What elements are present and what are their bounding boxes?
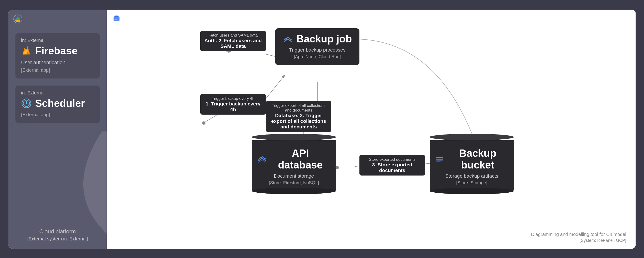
tooltip-store: Store exported documents 3. Store export…	[360, 155, 425, 175]
tooltip-auth: Fetch users and SAML data Auth: 2. Fetch…	[200, 31, 266, 51]
conn-dot-api-db	[336, 166, 339, 169]
firebase-desc: User authentication	[21, 60, 94, 66]
tooltip-auth-sub: Fetch users and SAML data	[204, 33, 262, 38]
left-footer-title: Cloud platform	[8, 228, 107, 235]
backup-job-tag: [App: Node, Cloud Run]	[281, 54, 354, 59]
tooltip-store-sub: Store exported documents	[363, 157, 422, 162]
backup-job-title: Backup job	[281, 33, 354, 45]
tooltip-trigger-sub: Trigger backup every 4h	[204, 96, 262, 101]
firebase-icon	[21, 46, 32, 56]
diagram-footer-title: Diagramming and modelling tool for C4 mo…	[531, 232, 626, 237]
api-db-tag: [Store: Firestore, NoSQL]	[258, 180, 330, 185]
tooltip-export: Trigger export of all collections and do…	[266, 101, 331, 132]
tooltip-store-main: 3. Store exported documents	[363, 162, 422, 173]
tooltip-export-sub: Trigger export of all collections and do…	[269, 103, 328, 113]
backup-job-node: Backup job Trigger backup processes [App…	[275, 28, 360, 65]
cylinder-top-api	[252, 134, 336, 140]
tooltip-auth-main: Auth: 2. Fetch users and SAML data	[204, 38, 262, 49]
cylinder-bottom-api	[252, 188, 336, 194]
svg-line-14	[266, 75, 284, 99]
scheduler-title: Scheduler	[21, 98, 94, 109]
firebase-card: in: External Firebase User authenticatio…	[16, 33, 100, 79]
backup-bucket-tag: [Store: Storage]	[435, 180, 508, 185]
firebase-title: Firebase	[21, 45, 94, 57]
diagram-footer: Diagramming and modelling tool for C4 mo…	[531, 232, 626, 243]
scheduler-icon	[21, 98, 32, 109]
gcp-logo	[13, 14, 22, 24]
diagram-footer-tag: [System: IcePanel, GCP]	[531, 238, 626, 243]
api-db-icon	[258, 154, 267, 164]
scheduler-tag: [External app]	[21, 112, 94, 117]
cylinder-top-backup	[430, 134, 514, 140]
backup-job-icon	[283, 34, 293, 44]
left-footer-tag: [External system in: External]	[8, 236, 107, 241]
scheduler-card: in: External Scheduler [External app]	[16, 86, 100, 123]
svg-rect-10	[115, 19, 117, 20]
backup-bucket-body: Backup bucket Storage backup artifacts […	[430, 140, 514, 191]
svg-point-1	[16, 18, 19, 20]
backup-bucket-icon	[435, 154, 444, 164]
firebase-in-label: in: External	[21, 38, 94, 43]
svg-rect-21	[436, 161, 441, 162]
svg-rect-19	[436, 157, 443, 158]
api-database-body: API database Document storage [Store: Fi…	[252, 140, 336, 191]
tooltip-export-main: Database: 2. Trigger export of all colle…	[269, 113, 328, 130]
conn-dot-scheduler	[202, 121, 206, 125]
arrows-overlay	[107, 10, 636, 249]
left-panel: in: External Firebase User authenticatio…	[8, 10, 107, 249]
svg-rect-7	[114, 17, 119, 21]
main-container: in: External Firebase User authenticatio…	[8, 10, 636, 249]
backup-bucket-title: Backup bucket	[435, 147, 508, 171]
tooltip-trigger-main: 1. Trigger backup every 4h	[204, 101, 262, 112]
tooltip-trigger: Trigger backup every 4h 1. Trigger backu…	[200, 94, 266, 115]
api-database-node: API database Document storage [Store: Fi…	[252, 134, 336, 191]
api-db-title: API database	[258, 147, 330, 171]
right-panel: Backup job Trigger backup processes [App…	[107, 10, 636, 249]
left-footer: Cloud platform [External system in: Exte…	[8, 228, 107, 241]
svg-rect-9	[115, 18, 118, 18]
backup-bucket-node: Backup bucket Storage backup artifacts […	[430, 134, 514, 191]
backup-job-desc: Trigger backup processes	[281, 47, 354, 53]
backup-bucket-desc: Storage backup artifacts	[435, 173, 508, 179]
icepanel-logo	[112, 14, 121, 23]
firebase-tag: [External app]	[21, 68, 94, 73]
cylinder-bottom-backup	[430, 188, 514, 194]
svg-point-6	[26, 103, 27, 104]
svg-rect-8	[115, 16, 118, 17]
svg-rect-20	[436, 159, 443, 160]
api-db-desc: Document storage	[258, 173, 330, 179]
scheduler-in-label: in: External	[21, 90, 94, 96]
